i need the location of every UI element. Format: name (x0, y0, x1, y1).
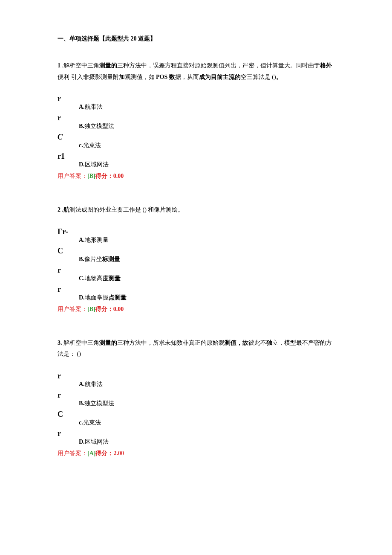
options-list: rA.航带法rB.独立模型法Cc.光束法r1D.区域网法 (58, 95, 337, 169)
option-letter: c. (79, 419, 83, 426)
options-list: rA.航带法rB.独立模型法Cc.光束法rD.区域网法 (58, 372, 337, 446)
radio-mark-icon[interactable]: C (58, 247, 79, 256)
radio-mark-icon[interactable]: r (58, 391, 79, 400)
option-letter: c. (79, 142, 83, 148)
answer-choice: [A] (87, 450, 95, 456)
option-letter: D. (79, 161, 85, 168)
score-label: 得分： (95, 450, 113, 456)
radio-mark-icon[interactable]: Γr- (58, 228, 79, 236)
stem-text: .解析空中三角测量的三种方法中，误差方程直接对原始观测值列出，严密，但计算量大。… (58, 62, 332, 80)
question-block: 1 .解析空中三角测量的三种方法中，误差方程直接对原始观测值列出，严密，但计算量… (58, 60, 337, 180)
question-number: 2 (58, 206, 61, 213)
options-list: Γr-A.地形测量CB.像片坐标测量rC.地物高度测量rD.地面掌握点测量 (58, 228, 337, 302)
radio-mark-icon[interactable]: C (58, 410, 79, 419)
answer-choice: [B] (87, 306, 95, 312)
stem-text: 解析空中三角测量的三种方法中，所求未知数非真正的原始观测值，故彼此不独立，模型最… (58, 340, 332, 357)
option-row[interactable]: rD.地面掌握点测量 (58, 285, 337, 302)
stem-fragment: 于格外 (314, 62, 332, 69)
stem-fragment: 测法成图的外业主要工作是 () 和像片测绘。 (69, 206, 184, 213)
radio-mark-icon[interactable]: r (58, 430, 79, 438)
option-content: A.航带法 (79, 372, 103, 389)
option-text-bold: 标测量 (102, 256, 120, 262)
radio-mark-icon[interactable]: r (58, 285, 79, 294)
option-row[interactable]: rD.区域网法 (58, 430, 337, 446)
score-value: 2.00 (113, 450, 124, 456)
option-row[interactable]: Cc.光束法 (58, 133, 337, 150)
option-row[interactable]: rA.航带法 (58, 95, 337, 111)
option-content: B.独立模型法 (79, 114, 114, 131)
answer-prefix: 用户答案： (58, 306, 87, 312)
option-content: C.地物高度测量 (79, 266, 121, 283)
option-letter: D. (79, 294, 85, 301)
radio-mark-icon[interactable]: r1 (58, 152, 79, 161)
option-text-bold: 度测量 (103, 275, 121, 282)
option-text: 区域网法 (85, 161, 109, 168)
stem-fragment: 便利 引入非摄影测量附加观测值，如 (58, 74, 156, 80)
option-content: B.独立模型法 (79, 391, 114, 408)
question-block: 3. 解析空中三角测量的三种方法中，所求未知数非真正的原始观测值，故彼此不独立，… (58, 337, 337, 458)
question-number: 3. (58, 340, 62, 346)
score-label: 得分： (95, 173, 113, 179)
answer-prefix: 用户答案： (58, 173, 87, 179)
stem-text: .航测法成图的外业主要工作是 () 和像片测绘。 (62, 206, 184, 213)
option-content: B.像片坐标测量 (79, 247, 120, 264)
option-text: 区域网法 (85, 439, 109, 445)
stem-fragment: 独 (266, 340, 272, 346)
option-letter: D. (79, 439, 85, 445)
option-text: 航带法 (85, 104, 103, 110)
question-stem: 3. 解析空中三角测量的三种方法中，所求未知数非真正的原始观测值，故彼此不独立，… (58, 337, 337, 360)
radio-mark-icon[interactable]: r (58, 372, 79, 381)
option-content: D.区域网法 (79, 430, 109, 446)
stem-fragment: 据，从而 (175, 74, 199, 80)
option-letter: B. (79, 123, 84, 129)
stem-fragment: 解析空中三角 (63, 340, 99, 346)
question-stem: 2 .航测法成图的外业主要工作是 () 和像片测绘。 (58, 204, 337, 216)
stem-fragment: POS 数 (156, 74, 175, 80)
radio-mark-icon[interactable]: r (58, 114, 79, 122)
option-content: c.光束法 (79, 133, 101, 150)
option-row[interactable]: rB.独立模型法 (58, 391, 337, 408)
option-content: D.区域网法 (79, 152, 109, 169)
question-block: 2 .航测法成图的外业主要工作是 () 和像片测绘。 Γr-A.地形测量CB.像… (58, 204, 337, 314)
stem-fragment: 航 (63, 206, 69, 213)
stem-fragment: 成为目前主流的 (199, 74, 241, 80)
stem-fragment: 三种方法中，误差方程直接对原始观测值列出，严密，但计算量大。同时由 (117, 62, 314, 69)
option-text: 光束法 (83, 419, 101, 426)
stem-fragment: .解析空中三角 (62, 62, 100, 69)
option-row[interactable]: rC.地物高度测量 (58, 266, 337, 283)
option-letter: B. (79, 400, 84, 407)
user-answer-line: 用户答案：[A]得分：2.00 (58, 449, 337, 458)
user-answer-line: 用户答案：[B]得分：0.00 (58, 171, 337, 180)
question-stem: 1 .解析空中三角测量的三种方法中，误差方程直接对原始观测值列出，严密，但计算量… (58, 60, 337, 83)
radio-mark-icon[interactable]: C (58, 133, 79, 142)
option-text: 地面掌握 (85, 294, 109, 301)
option-row[interactable]: CB.像片坐标测量 (58, 247, 337, 264)
user-answer-line: 用户答案：[B]得分：0.00 (58, 305, 337, 314)
option-text: 光束法 (83, 142, 101, 148)
radio-mark-icon[interactable]: r (58, 95, 79, 103)
score-value: 0.00 (113, 306, 124, 312)
option-text-bold: 点测量 (109, 294, 127, 301)
option-letter: C. (79, 275, 85, 282)
option-content: A.地形测量 (79, 228, 109, 244)
option-content: c.光束法 (79, 410, 101, 427)
stem-fragment: 彼此不 (248, 340, 266, 346)
option-letter: A. (79, 237, 85, 243)
option-content: D.地面掌握点测量 (79, 285, 127, 302)
section-title: 一、单项选择题【此题型共 20 道题】 (58, 34, 337, 43)
option-text: 像片坐 (84, 256, 102, 262)
stem-fragment: 三种方法中，所求未知数非真正的原始观 (117, 340, 225, 346)
answer-choice: [B] (87, 173, 95, 179)
option-content: A.航带法 (79, 95, 103, 111)
radio-mark-icon[interactable]: r (58, 266, 79, 275)
option-row[interactable]: Cc.光束法 (58, 410, 337, 427)
option-text: 独立模型法 (84, 123, 114, 129)
stem-fragment: 。 (276, 74, 282, 80)
option-text: 航带法 (85, 381, 103, 387)
score-label: 得分： (95, 306, 113, 312)
option-row[interactable]: rA.航带法 (58, 372, 337, 389)
option-row[interactable]: rB.独立模型法 (58, 114, 337, 131)
stem-fragment: 测量的 (99, 62, 117, 69)
option-row[interactable]: Γr-A.地形测量 (58, 228, 337, 244)
option-row[interactable]: r1D.区域网法 (58, 152, 337, 169)
